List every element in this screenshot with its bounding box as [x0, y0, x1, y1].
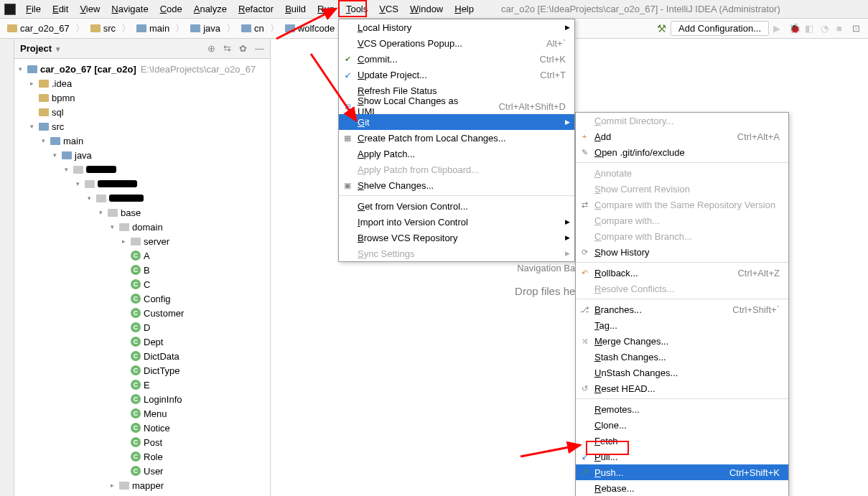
tree-row[interactable]: ▸mapper [14, 478, 270, 492]
tree-row[interactable]: CA [14, 248, 270, 263]
app-logo-icon [4, 4, 16, 15]
project-tree[interactable]: ▾car_o2o_67 [car_o2o]E:\IdeaProjects\car… [14, 59, 270, 496]
breadcrumb-item[interactable]: wolfcode [282, 22, 337, 35]
tree-row[interactable]: ▾domain [14, 220, 270, 234]
vcs-item-commit[interactable]: ✔Commit...Ctrl+K [339, 51, 574, 67]
tree-row[interactable]: ▸.idea [14, 76, 270, 90]
vcs-item-vcs-operations-popup[interactable]: VCS Operations Popup...Alt+` [339, 35, 574, 51]
coverage-icon[interactable]: ◧ [805, 23, 816, 34]
menu-window[interactable]: Window [404, 1, 449, 17]
tree-row[interactable]: CLoginInfo [14, 392, 270, 406]
vcs-item-git[interactable]: Git▶ [339, 114, 574, 130]
vcs-item-browse-vcs-repository[interactable]: Browse VCS Repository▶ [339, 230, 574, 245]
menu-tools[interactable]: Tools [340, 1, 373, 17]
tree-row[interactable]: CD [14, 320, 270, 334]
vcs-menu: Local History▶VCS Operations Popup...Alt… [338, 19, 575, 262]
vcs-item-get-from-version-control[interactable]: Get from Version Control... [339, 198, 574, 214]
git-item-compare-with-the-same-repository-version: ⇄Compare with the Same Repository Versio… [576, 197, 788, 212]
menu-build[interactable]: Build [279, 1, 312, 17]
git-item-rollback[interactable]: ↶Rollback...Ctrl+Alt+Z [576, 265, 788, 281]
git-item-stash-changes[interactable]: Stash Changes... [576, 349, 788, 365]
tree-row[interactable]: CMenu [14, 406, 270, 421]
breadcrumb-item[interactable]: src [88, 22, 118, 35]
chevron-right-icon: 〉 [225, 22, 237, 35]
project-header-tools[interactable]: ⊕ ⇆ ✿ — [207, 43, 264, 54]
tree-row[interactable]: ▾ [14, 162, 270, 177]
git-item-merge-changes[interactable]: ⤭Merge Changes... [576, 333, 788, 349]
chevron-right-icon: 〉 [174, 22, 186, 35]
tree-row[interactable]: CUser [14, 464, 270, 478]
menu-edit[interactable]: Edit [47, 1, 74, 17]
git-item-remotes[interactable]: Remotes... [576, 401, 788, 417]
vcs-item-update-project[interactable]: ↙Update Project...Ctrl+T [339, 67, 574, 83]
tree-row[interactable]: ▾main [14, 134, 270, 148]
chevron-right-icon: 〉 [74, 22, 86, 35]
stop-icon[interactable]: ■ [836, 23, 848, 34]
menu-analyze[interactable]: Analyze [188, 1, 233, 17]
project-header[interactable]: Project ▼ ⊕ ⇆ ✿ — [14, 39, 270, 59]
menu-navigate[interactable]: Navigate [106, 1, 154, 17]
tree-row[interactable]: CCustomer [14, 306, 270, 320]
git-item-reset-head[interactable]: ↺Reset HEAD... [576, 380, 788, 396]
tree-row[interactable]: ▸server [14, 234, 270, 248]
tree-row[interactable]: ▾base [14, 205, 270, 220]
menu-code[interactable]: Code [154, 1, 188, 17]
chevron-right-icon: 〉 [120, 22, 132, 35]
tree-row[interactable]: ▾ [14, 177, 270, 191]
vcs-item-shelve-changes[interactable]: ▣Shelve Changes... [339, 177, 574, 193]
menu-vcs[interactable]: VCS [373, 1, 404, 17]
git-item-fetch[interactable]: Fetch [576, 433, 788, 449]
tree-row[interactable]: CRole [14, 449, 270, 464]
git-item-show-history[interactable]: ⟳Show History [576, 244, 788, 260]
tree-row[interactable]: CC [14, 277, 270, 291]
git-item-commit-directory: Commit Directory... [576, 113, 788, 128]
tree-row[interactable]: CNotice [14, 421, 270, 435]
vcs-item-show-local-changes-as-uml[interactable]: ⊞Show Local Changes as UMLCtrl+Alt+Shift… [339, 98, 574, 114]
profile-icon[interactable]: ◔ [821, 23, 832, 34]
vcs-item-apply-patch[interactable]: Apply Patch... [339, 146, 574, 162]
menu-file[interactable]: File [20, 1, 47, 17]
git-item-clone[interactable]: Clone... [576, 417, 788, 433]
tree-row[interactable]: ▾car_o2o_67 [car_o2o]E:\IdeaProjects\car… [14, 62, 270, 76]
menu-run[interactable]: Run [312, 1, 340, 17]
tree-row[interactable]: CDictData [14, 349, 270, 363]
build-icon[interactable]: ⚒ [657, 22, 666, 35]
git-item-pull[interactable]: ↙Pull... [576, 449, 788, 464]
add-configuration-button[interactable]: Add Configuration... [671, 21, 769, 36]
menu-help[interactable]: Help [449, 1, 480, 17]
vcs-item-create-patch-from-local-changes[interactable]: ▦Create Patch from Local Changes... [339, 130, 574, 146]
git-item-show-current-revision: Show Current Revision [576, 181, 788, 197]
git-item-branches[interactable]: ⎇Branches...Ctrl+Shift+` [576, 301, 788, 317]
tree-row[interactable]: CConfig [14, 291, 270, 306]
search-icon[interactable]: ⊡ [852, 23, 864, 34]
breadcrumb-item[interactable]: car_o2o_67 [4, 22, 73, 35]
git-item-resolve-conflicts: Resolve Conflicts... [576, 281, 788, 296]
breadcrumb-item[interactable]: cn [238, 22, 267, 35]
tree-row[interactable]: ▾ [14, 191, 270, 205]
tree-row[interactable]: CE [14, 378, 270, 392]
git-item-tag[interactable]: Tag... [576, 317, 788, 333]
git-item-open-git-info-exclude[interactable]: ✎Open .git/info/exclude [576, 144, 788, 160]
left-gutter [0, 39, 14, 496]
debug-icon[interactable]: 🐞 [789, 23, 801, 34]
git-item-rebase[interactable]: Rebase... [576, 480, 788, 496]
tree-row[interactable]: CDept [14, 334, 270, 349]
tree-row[interactable]: bpmn [14, 90, 270, 105]
git-item-add[interactable]: +AddCtrl+Alt+A [576, 128, 788, 144]
breadcrumb-item[interactable]: java [187, 22, 223, 35]
vcs-item-local-history[interactable]: Local History▶ [339, 19, 574, 35]
tree-row[interactable]: CPost [14, 435, 270, 449]
vcs-item-sync-settings: Sync Settings▶ [339, 245, 574, 261]
menu-refactor[interactable]: Refactor [233, 1, 279, 17]
tree-row[interactable]: CDictType [14, 363, 270, 378]
tree-row[interactable]: ▾src [14, 119, 270, 134]
run-icon[interactable]: ▶ [773, 23, 785, 34]
tree-row[interactable]: sql [14, 105, 270, 119]
git-item-push[interactable]: ↗Push...Ctrl+Shift+K [576, 464, 788, 480]
vcs-item-import-into-version-control[interactable]: Import into Version Control▶ [339, 214, 574, 230]
menu-view[interactable]: View [74, 1, 106, 17]
breadcrumb-item[interactable]: main [134, 22, 172, 35]
tree-row[interactable]: ▾java [14, 148, 270, 162]
git-item-unstash-changes[interactable]: UnStash Changes... [576, 365, 788, 380]
tree-row[interactable]: CB [14, 263, 270, 277]
